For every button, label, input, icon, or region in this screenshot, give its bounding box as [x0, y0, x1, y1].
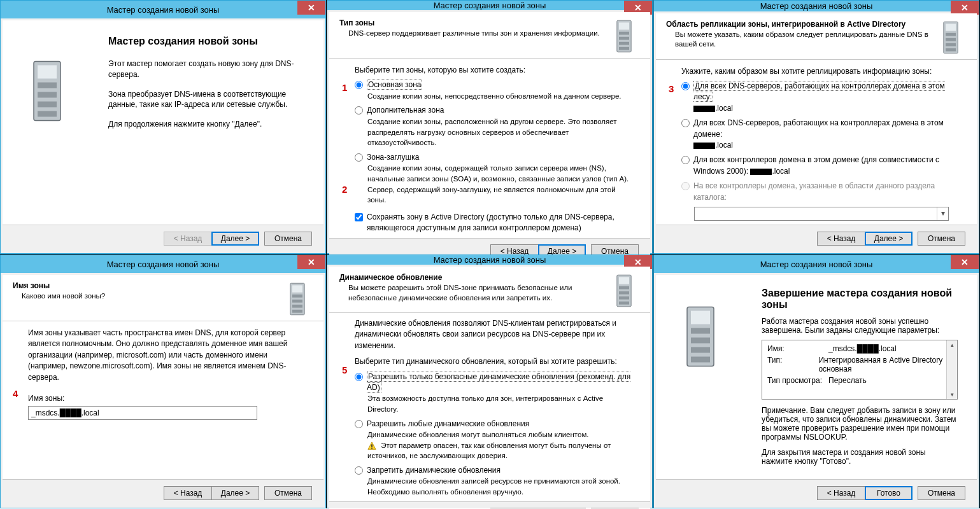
any-updates-warn: Этот параметр опасен, так как обновления…	[367, 442, 611, 460]
annotation-2: 2	[342, 183, 347, 197]
radio-no-updates-label: Запретить динамические обновления	[367, 465, 635, 476]
titlebar[interactable]: Мастер создания новой зоны ✕	[327, 1, 652, 10]
radio-all-dns-forest[interactable]	[681, 82, 690, 90]
complete-note: Примечание. Вам следует добавить записи …	[762, 406, 958, 442]
secondary-zone-desc: Создание копии зоны, расположенной на др…	[367, 116, 635, 148]
summary-name-key: Имя:	[767, 344, 828, 353]
redacted-domain	[693, 106, 715, 112]
radio-any-updates-label: Разрешить любые динамические обновления	[367, 419, 635, 429]
zone-name-input[interactable]	[28, 406, 257, 420]
secure-only-desc: Эта возможность доступна только для зон,…	[367, 393, 635, 414]
summary-type-val: Интегрированная в Active Directory основ…	[818, 356, 952, 373]
summary-view-key: Тип просмотра:	[767, 376, 828, 385]
next-button[interactable]: Далее >	[211, 486, 259, 500]
cancel-button[interactable]: Отмена	[918, 486, 965, 500]
checkbox-store-in-ad-label: Сохранять зону в Active Directory (досту…	[367, 212, 635, 234]
chevron-down-icon: ▾	[937, 207, 948, 220]
summary-type-key: Тип:	[767, 356, 818, 373]
server-icon	[608, 18, 640, 54]
cancel-button[interactable]: Отмена	[591, 508, 639, 508]
dyn-desc: Динамические обновления позволяют DNS-кл…	[355, 318, 635, 351]
finish-button[interactable]: Готово	[865, 486, 913, 500]
radio-primary-zone[interactable]	[355, 81, 363, 89]
checkbox-store-in-ad[interactable]	[355, 213, 363, 221]
radio-stub-zone-label: Зона-заглушка	[367, 152, 635, 163]
wizard-window-dynamic-update: Мастер создания новой зоны ✕ Динамическо…	[327, 254, 653, 508]
close-button[interactable]: ✕	[951, 1, 979, 15]
cancel-button[interactable]: Отмена	[264, 486, 312, 500]
redacted-domain	[750, 169, 772, 175]
annotation-3: 3	[669, 82, 674, 96]
cancel-button[interactable]: Отмена	[264, 232, 312, 246]
page-subtitle: Вы можете указать, каким образом следует…	[675, 30, 930, 50]
radio-secondary-zone[interactable]	[355, 106, 363, 115]
stub-zone-desc: Создание копии зоны, содержащей только з…	[367, 163, 635, 206]
radio-all-dns-domain[interactable]	[681, 119, 690, 127]
wizard-window-zone-name: Мастер создания новой зоны ✕ Имя зоны Ка…	[0, 254, 326, 508]
titlebar[interactable]: Мастер создания новой зоны ✕	[654, 255, 979, 273]
page-title: Тип зоны	[339, 18, 603, 27]
wizard-window-welcome: Мастер создания новой зоны ✕ Мастер созд…	[0, 0, 326, 254]
window-title: Мастер создания новой зоны	[434, 1, 546, 10]
radio-all-dc-win2000[interactable]	[681, 156, 690, 164]
titlebar[interactable]: Мастер создания новой зоны ✕	[1, 255, 325, 273]
back-button[interactable]: < Назад	[490, 508, 538, 508]
back-button[interactable]: < Назад	[817, 486, 865, 500]
radio-secondary-zone-label: Дополнительная зона	[367, 105, 635, 116]
page-subtitle: DNS-сервер поддерживает различные типы з…	[348, 29, 603, 39]
server-icon	[608, 273, 640, 309]
window-title: Мастер создания новой зоны	[760, 1, 873, 11]
back-button[interactable]: < Назад	[817, 232, 865, 246]
partition-combobox: ▾	[694, 207, 949, 221]
zone-name-desc: Имя зоны указывает часть пространства им…	[28, 328, 308, 383]
radio-custom-partition-label: На все контроллеры домена, указанные в о…	[693, 181, 962, 203]
annotation-1: 1	[342, 81, 347, 95]
titlebar[interactable]: Мастер создания новой зоны ✕	[654, 1, 979, 11]
cancel-button[interactable]: Отмена	[918, 232, 965, 246]
close-button[interactable]: ✕	[297, 255, 325, 269]
wizard-window-zone-type: Мастер создания новой зоны ✕ Тип зоны DN…	[327, 0, 653, 254]
annotation-4: 4	[13, 387, 18, 401]
back-button[interactable]: < Назад	[164, 486, 211, 500]
welcome-text-3: Для продолжения нажмите кнопку "Далее".	[108, 119, 301, 130]
page-title: Завершение мастера создания новой зоны	[762, 288, 958, 310]
radio-stub-zone[interactable]	[355, 153, 363, 162]
radio-all-dc-win2000-label: Для всех контроллеров домена в этом доме…	[693, 155, 939, 175]
window-title: Мастер создания новой зоны	[434, 255, 546, 265]
next-button[interactable]: Далее >	[865, 232, 913, 246]
welcome-text-1: Этот мастер помогает создать новую зону …	[108, 59, 301, 80]
server-icon	[681, 302, 720, 372]
wizard-window-replication: Мастер создания новой зоны ✕ Область реп…	[653, 0, 979, 254]
titlebar[interactable]: Мастер создания новой зоны ✕	[1, 1, 325, 18]
titlebar[interactable]: Мастер создания новой зоны ✕	[327, 255, 652, 265]
complete-close: Для закрытия мастера и создания новой зо…	[762, 448, 958, 466]
zone-name-label: Имя зоны:	[28, 393, 308, 404]
scroll-up-icon[interactable]: ▴	[949, 340, 955, 349]
summary-box: Имя:_msdcs.████.local Тип:Интегрированна…	[762, 340, 958, 400]
radio-all-dns-forest-label: Для всех DNS-серверов, работающих на кон…	[693, 81, 945, 102]
radio-secure-only[interactable]	[355, 373, 363, 381]
welcome-text-2: Зона преобразует DNS-имена в соответству…	[108, 89, 301, 111]
primary-zone-desc: Создание копии зоны, непосредственно обн…	[367, 91, 635, 102]
scroll-down-icon[interactable]: ▾	[949, 390, 955, 399]
radio-any-updates[interactable]	[355, 420, 363, 428]
page-subtitle: Вы можете разрешить этой DNS-зоне приним…	[348, 283, 603, 303]
close-button[interactable]: ✕	[297, 1, 325, 15]
radio-no-updates[interactable]	[355, 466, 363, 475]
close-button[interactable]: ✕	[951, 255, 979, 269]
page-subtitle: Каково имя новой зоны?	[22, 291, 276, 302]
next-button[interactable]: Далее >	[538, 508, 586, 508]
no-updates-desc: Динамические обновления записей ресурсов…	[367, 476, 635, 497]
page-title: Имя зоны	[13, 281, 276, 290]
summary-view-val: Переслать	[828, 376, 867, 385]
page-title: Мастер создания новой зоны	[108, 36, 301, 47]
window-title: Мастер создания новой зоны	[107, 260, 220, 269]
scrollbar[interactable]: ▴▾	[946, 340, 957, 399]
zone-type-lead: Выберите тип зоны, которую вы хотите соз…	[355, 65, 635, 76]
dyn-lead: Выберите тип динамического обновления, к…	[355, 356, 635, 367]
summary-name-val: _msdcs.████.local	[828, 344, 897, 353]
next-button[interactable]: Далее >	[211, 232, 259, 246]
server-icon	[281, 281, 313, 317]
radio-secure-only-label: Разрешить только безопасные динамические…	[367, 372, 630, 393]
radio-custom-partition	[681, 182, 690, 190]
